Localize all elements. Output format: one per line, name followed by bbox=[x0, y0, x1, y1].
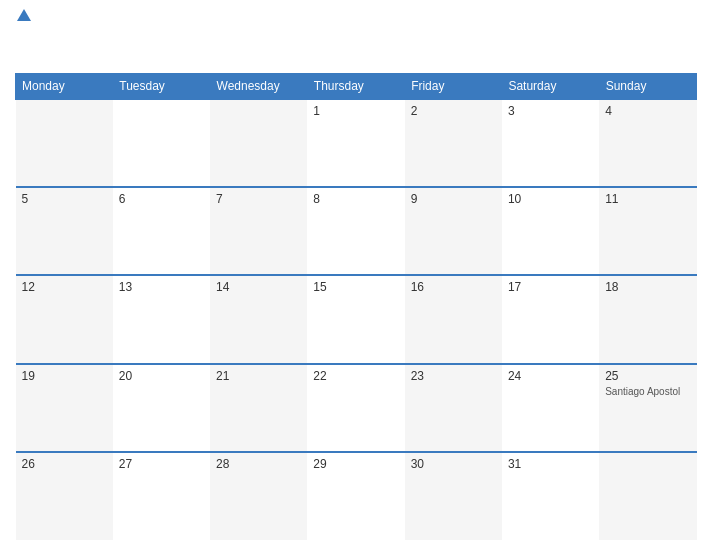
day-number: 4 bbox=[605, 104, 690, 118]
day-cell bbox=[599, 452, 696, 540]
day-cell: 26 bbox=[16, 452, 113, 540]
weekday-header-sunday: Sunday bbox=[599, 74, 696, 100]
day-cell: 15 bbox=[307, 275, 404, 363]
day-cell: 23 bbox=[405, 364, 502, 452]
day-cell: 29 bbox=[307, 452, 404, 540]
day-cell: 30 bbox=[405, 452, 502, 540]
day-number: 18 bbox=[605, 280, 690, 294]
day-cell: 7 bbox=[210, 187, 307, 275]
day-number: 2 bbox=[411, 104, 496, 118]
calendar-container: MondayTuesdayWednesdayThursdayFridaySatu… bbox=[0, 0, 712, 550]
day-number: 20 bbox=[119, 369, 204, 383]
calendar-header bbox=[15, 10, 697, 65]
day-number: 29 bbox=[313, 457, 398, 471]
day-number: 1 bbox=[313, 104, 398, 118]
day-number: 27 bbox=[119, 457, 204, 471]
day-number: 6 bbox=[119, 192, 204, 206]
day-cell: 11 bbox=[599, 187, 696, 275]
logo bbox=[15, 10, 31, 22]
day-cell: 14 bbox=[210, 275, 307, 363]
day-number: 28 bbox=[216, 457, 301, 471]
day-number: 23 bbox=[411, 369, 496, 383]
day-number: 3 bbox=[508, 104, 593, 118]
day-number: 30 bbox=[411, 457, 496, 471]
day-number: 12 bbox=[22, 280, 107, 294]
day-cell: 27 bbox=[113, 452, 210, 540]
weekday-header-tuesday: Tuesday bbox=[113, 74, 210, 100]
day-number: 22 bbox=[313, 369, 398, 383]
day-number: 21 bbox=[216, 369, 301, 383]
day-number: 8 bbox=[313, 192, 398, 206]
day-number: 19 bbox=[22, 369, 107, 383]
day-number: 16 bbox=[411, 280, 496, 294]
day-number: 15 bbox=[313, 280, 398, 294]
weekday-header-monday: Monday bbox=[16, 74, 113, 100]
day-number: 5 bbox=[22, 192, 107, 206]
day-cell: 28 bbox=[210, 452, 307, 540]
calendar-table: MondayTuesdayWednesdayThursdayFridaySatu… bbox=[15, 73, 697, 540]
day-cell bbox=[210, 99, 307, 187]
day-cell: 17 bbox=[502, 275, 599, 363]
week-row-3: 12131415161718 bbox=[16, 275, 697, 363]
day-number: 14 bbox=[216, 280, 301, 294]
day-cell: 20 bbox=[113, 364, 210, 452]
day-cell bbox=[16, 99, 113, 187]
day-cell: 1 bbox=[307, 99, 404, 187]
day-cell: 10 bbox=[502, 187, 599, 275]
day-cell: 6 bbox=[113, 187, 210, 275]
week-row-5: 262728293031 bbox=[16, 452, 697, 540]
day-cell: 24 bbox=[502, 364, 599, 452]
day-cell: 19 bbox=[16, 364, 113, 452]
day-cell: 16 bbox=[405, 275, 502, 363]
day-cell: 9 bbox=[405, 187, 502, 275]
day-cell: 5 bbox=[16, 187, 113, 275]
day-cell: 8 bbox=[307, 187, 404, 275]
day-number: 17 bbox=[508, 280, 593, 294]
weekday-header-saturday: Saturday bbox=[502, 74, 599, 100]
day-cell: 12 bbox=[16, 275, 113, 363]
day-cell: 3 bbox=[502, 99, 599, 187]
day-number: 25 bbox=[605, 369, 690, 383]
day-cell bbox=[113, 99, 210, 187]
day-cell: 22 bbox=[307, 364, 404, 452]
day-number: 26 bbox=[22, 457, 107, 471]
day-number: 7 bbox=[216, 192, 301, 206]
week-row-4: 19202122232425Santiago Apostol bbox=[16, 364, 697, 452]
weekday-header-wednesday: Wednesday bbox=[210, 74, 307, 100]
day-number: 11 bbox=[605, 192, 690, 206]
day-cell: 25Santiago Apostol bbox=[599, 364, 696, 452]
week-row-1: 1234 bbox=[16, 99, 697, 187]
week-row-2: 567891011 bbox=[16, 187, 697, 275]
day-number: 31 bbox=[508, 457, 593, 471]
weekday-header-friday: Friday bbox=[405, 74, 502, 100]
day-cell: 2 bbox=[405, 99, 502, 187]
weekday-header-thursday: Thursday bbox=[307, 74, 404, 100]
day-event: Santiago Apostol bbox=[605, 385, 690, 398]
day-cell: 31 bbox=[502, 452, 599, 540]
day-number: 9 bbox=[411, 192, 496, 206]
day-cell: 21 bbox=[210, 364, 307, 452]
day-cell: 4 bbox=[599, 99, 696, 187]
weekday-header-row: MondayTuesdayWednesdayThursdayFridaySatu… bbox=[16, 74, 697, 100]
day-number: 10 bbox=[508, 192, 593, 206]
day-cell: 13 bbox=[113, 275, 210, 363]
logo-triangle-icon bbox=[17, 9, 31, 21]
day-cell: 18 bbox=[599, 275, 696, 363]
day-number: 13 bbox=[119, 280, 204, 294]
day-number: 24 bbox=[508, 369, 593, 383]
